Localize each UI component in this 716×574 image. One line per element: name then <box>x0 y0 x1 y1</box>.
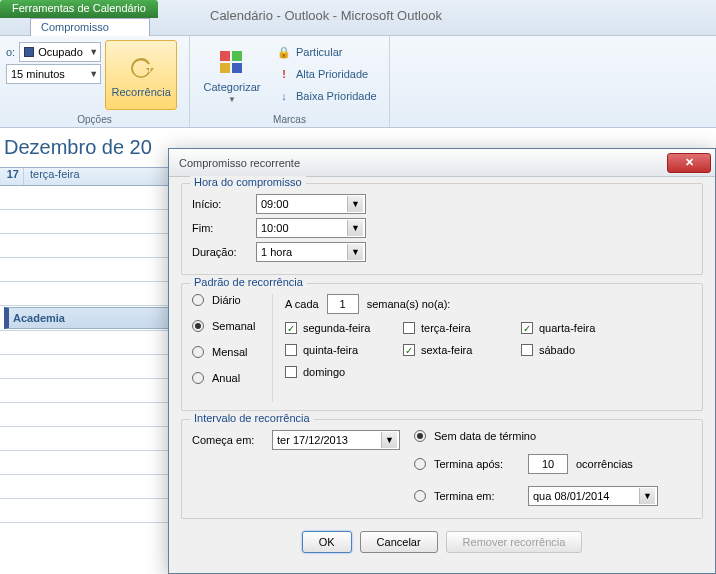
day-number: 17 <box>0 168 24 185</box>
show-as-dropdown[interactable]: Ocupado ▼ <box>19 42 101 62</box>
svg-rect-1 <box>232 51 242 61</box>
freq-daily-radio[interactable]: Diário <box>192 294 272 306</box>
svg-rect-0 <box>220 51 230 61</box>
context-tab[interactable]: Ferramentas de Calendário <box>0 0 158 18</box>
show-as-value: Ocupado <box>38 46 83 58</box>
duration-value: 1 hora <box>261 246 292 258</box>
end-time-value: 10:00 <box>261 222 289 234</box>
duration-combo[interactable]: 1 hora ▼ <box>256 242 366 262</box>
range-start-label: Começa em: <box>192 434 264 446</box>
window-title: Calendário - Outlook - Microsoft Outlook <box>210 8 442 23</box>
high-priority-label: Alta Prioridade <box>296 68 368 80</box>
options-group-label: Opções <box>6 112 183 125</box>
chevron-down-icon: ▼ <box>89 69 98 79</box>
tab-appointment[interactable]: Compromisso <box>30 18 150 36</box>
remove-recurrence-button[interactable]: Remover recorrência <box>446 531 583 553</box>
no-end-radio[interactable]: Sem data de término <box>414 430 692 442</box>
pattern-legend: Padrão de recorrência <box>190 276 307 288</box>
time-legend: Hora do compromisso <box>190 176 306 188</box>
every-prefix: A cada <box>285 298 319 310</box>
categorize-icon <box>216 47 248 79</box>
svg-rect-3 <box>232 63 242 73</box>
recurrence-icon <box>125 52 157 84</box>
chevron-down-icon: ▼ <box>89 47 98 57</box>
day-mon-check[interactable]: segunda-feira <box>285 322 403 334</box>
ribbon: o: Ocupado ▼ 15 minutos ▼ Recorrência <box>0 36 716 128</box>
close-icon: ✕ <box>685 156 694 169</box>
range-start-value: ter 17/12/2013 <box>277 434 348 446</box>
chevron-down-icon: ▼ <box>347 244 363 260</box>
categorize-label: Categorizar <box>204 81 261 93</box>
chevron-down-icon: ▼ <box>347 220 363 236</box>
tags-group-label: Marcas <box>196 112 383 125</box>
chevron-down-icon: ▼ <box>639 488 655 504</box>
arrow-down-icon: ↓ <box>276 88 292 104</box>
freq-weekly-radio[interactable]: Semanal <box>192 320 272 332</box>
low-priority-label: Baixa Prioridade <box>296 90 377 102</box>
busy-swatch-icon <box>24 47 34 57</box>
start-label: Início: <box>192 198 248 210</box>
freq-yearly-radio[interactable]: Anual <box>192 372 272 384</box>
day-fri-check[interactable]: sexta-feira <box>403 344 521 356</box>
cancel-button[interactable]: Cancelar <box>360 531 438 553</box>
end-time-combo[interactable]: 10:00 ▼ <box>256 218 366 238</box>
exclamation-icon: ! <box>276 66 292 82</box>
private-button[interactable]: 🔒 Particular <box>272 42 381 62</box>
day-sat-check[interactable]: sábado <box>521 344 639 356</box>
start-time-value: 09:00 <box>261 198 289 210</box>
reminder-dropdown[interactable]: 15 minutos ▼ <box>6 64 101 84</box>
ok-button[interactable]: OK <box>302 531 352 553</box>
start-time-combo[interactable]: 09:00 ▼ <box>256 194 366 214</box>
private-label: Particular <box>296 46 342 58</box>
day-tue-check[interactable]: terça-feira <box>403 322 521 334</box>
end-after-radio[interactable]: Termina após: 10 ocorrências <box>414 454 692 474</box>
end-by-value: qua 08/01/2014 <box>533 490 609 502</box>
range-legend: Intervalo de recorrência <box>190 412 314 424</box>
every-suffix: semana(s) no(a): <box>367 298 451 310</box>
recurrence-label: Recorrência <box>112 86 171 98</box>
freq-monthly-radio[interactable]: Mensal <box>192 346 272 358</box>
dialog-title: Compromisso recorrente <box>179 157 300 169</box>
recurrence-dialog: Compromisso recorrente ✕ Hora do comprom… <box>168 148 716 574</box>
recurrence-button[interactable]: Recorrência <box>105 40 177 110</box>
day-sun-check[interactable]: domingo <box>285 366 403 378</box>
day-wed-check[interactable]: quarta-feira <box>521 322 639 334</box>
end-after-count-input[interactable]: 10 <box>528 454 568 474</box>
high-priority-button[interactable]: ! Alta Prioridade <box>272 64 381 84</box>
every-n-input[interactable]: 1 <box>327 294 359 314</box>
reminder-value: 15 minutos <box>11 68 65 80</box>
range-start-combo[interactable]: ter 17/12/2013 ▼ <box>272 430 400 450</box>
end-label: Fim: <box>192 222 248 234</box>
day-thu-check[interactable]: quinta-feira <box>285 344 403 356</box>
end-by-date-combo[interactable]: qua 08/01/2014 ▼ <box>528 486 658 506</box>
close-button[interactable]: ✕ <box>667 153 711 173</box>
svg-rect-2 <box>220 63 230 73</box>
chevron-down-icon: ▼ <box>228 95 236 104</box>
chevron-down-icon: ▼ <box>381 432 397 448</box>
low-priority-button[interactable]: ↓ Baixa Prioridade <box>272 86 381 106</box>
chevron-down-icon: ▼ <box>347 196 363 212</box>
categorize-button[interactable]: Categorizar ▼ <box>196 40 268 110</box>
duration-label: Duração: <box>192 246 248 258</box>
lock-icon: 🔒 <box>276 44 292 60</box>
end-by-radio[interactable]: Termina em: qua 08/01/2014 ▼ <box>414 486 692 506</box>
day-of-week: terça-feira <box>24 168 80 185</box>
